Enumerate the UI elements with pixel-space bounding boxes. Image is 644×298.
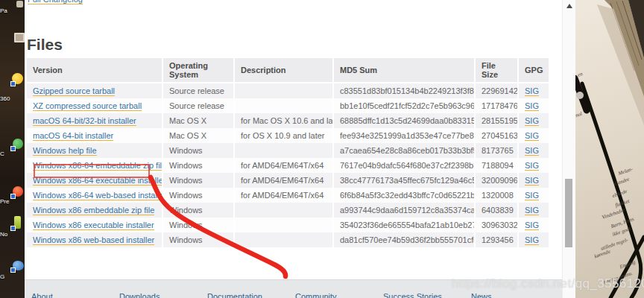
os-cell: Mac OS X [162,128,234,143]
desktop-left-strip: Pa 360 C Pre No G [0,0,25,298]
desktop-icon-label: Pa [0,7,23,14]
desktop-shortcut-icon[interactable]: Pre [0,186,25,216]
desktop-shortcut-icon[interactable]: Pa [0,1,25,31]
filesize-cell: 27045163 [475,128,518,143]
file-download-link[interactable]: macOS 64-bit/32-bit installer [33,116,136,126]
file-download-link[interactable]: Windows help file [33,146,97,156]
file-download-link[interactable]: Windows x86 executable installer [33,221,154,230]
desktop-wallpaper-book-photo: ennolMelan-il andreelskedeflækketVindeha… [575,0,644,298]
description-cell [234,83,333,98]
md5-cell: 68885dffc1d13c5d24699daa0b83315f [333,113,475,128]
file-download-link[interactable]: Windows x86-64 executable installer [33,176,162,186]
column-header: Description [234,58,333,83]
md5-cell: a7caea654e28c8a86ceb017b33b3bf53 [333,143,475,158]
md5-cell: da81cf570ee74b59d36f2bb555701cfd [333,232,475,247]
gpg-sig-link[interactable]: SIG [525,235,539,245]
footer-nav-link[interactable]: Documentation [207,292,295,298]
file-download-link[interactable]: Windows x86 embeddable zip file [33,206,154,215]
version-cell: macOS 64-bit/32-bit installer [27,113,162,128]
os-cell: Source release [162,83,234,98]
footer-nav-link[interactable]: Community [295,292,383,298]
md5-cell: 7617e04b9dafc564f680e37c2f2398b8 [333,158,475,173]
desktop-shortcut-icon[interactable] [0,33,25,63]
description-cell: for Mac OS X 10.6 and later [234,113,333,128]
footer-nav-link[interactable]: Success Stories [383,292,471,298]
browser-page-python-downloads: Full Changelog Files VersionOperating Sy… [25,0,575,298]
desktop-shortcut-icon[interactable]: 360 [0,73,25,103]
version-cell: macOS 64-bit installer [27,128,162,143]
version-cell: Windows x86 executable installer [27,218,162,232]
file-download-link[interactable]: XZ compressed source tarball [33,101,142,111]
footer-nav-link[interactable]: News [471,292,559,298]
md5-cell: 38cc47776173a45ffec675fc129a46c5 [333,173,475,188]
version-cell: Gzipped source tarball [27,83,162,98]
gpg-sig-link[interactable]: SIG [525,161,539,171]
md5-cell: bb1e10f5cedf21fcf52d2c7e5b963c96 [333,98,475,113]
gpg-sig-link[interactable]: SIG [525,221,539,230]
description-cell: for AMD64/EM64T/x64 [234,188,333,203]
file-download-link[interactable]: macOS 64-bit installer [33,131,113,141]
scrollbar-thumb[interactable] [565,179,572,247]
os-cell: Mac OS X [162,113,234,128]
file-table-row: Windows help file Windows a7caea654e28c8… [27,143,549,158]
file-download-link[interactable]: Windows x86-64 web-based installer [33,191,162,200]
description-cell [234,98,333,113]
gpg-cell: SIG [518,203,549,218]
os-cell: Windows [162,218,234,232]
desktop-shortcut-icon[interactable]: No [0,216,25,246]
filesize-cell: 22969142 [475,83,518,98]
filesize-cell: 1293456 [475,232,518,247]
filesize-cell: 7188094 [475,158,518,173]
gpg-cell: SIG [518,143,549,158]
full-changelog-link[interactable]: Full Changelog [28,0,83,4]
desktop-icon-label: No [0,231,23,238]
md5-cell: 6f6b84a5f3c32edd43bffc7c0d65221b [333,188,475,203]
column-header: Operating System [162,58,234,83]
file-table-row: Gzipped source tarball Source release c8… [27,83,549,98]
column-header: Version [27,58,162,83]
file-download-link[interactable]: Windows x86-64 embeddable zip file [33,161,162,171]
desktop-shortcut-icon[interactable]: C [0,139,25,168]
version-cell: Windows x86-64 executable installer [27,173,162,188]
filesize-cell: 1320008 [475,188,518,203]
gpg-sig-link[interactable]: SIG [525,206,539,215]
gpg-sig-link[interactable]: SIG [525,131,539,141]
description-cell: for OS X 10.9 and later [234,128,333,143]
app-icon [16,1,23,7]
gpg-sig-link[interactable]: SIG [525,116,539,126]
os-cell: Windows [162,232,234,247]
browser-scrollbar[interactable] [562,0,575,298]
column-header: MD5 Sum [333,58,475,83]
gpg-cell: SIG [518,158,549,173]
description-cell: for AMD64/EM64T/x64 [234,173,333,188]
os-cell: Windows [162,188,234,203]
os-cell: Windows [162,158,234,173]
md5-cell: c83551d83bf015134b4b2249213f3f85 [333,83,475,98]
file-download-link[interactable]: Gzipped source tarball [33,86,115,96]
scroll-up-arrow-icon[interactable] [566,4,572,8]
csdn-watermark: https://blog.csdn.net/qq_35561207 [452,276,644,291]
footer-nav-link[interactable]: Downloads [119,292,207,298]
gpg-sig-link[interactable]: SIG [525,101,539,111]
gpg-cell: SIG [518,188,549,203]
gpg-cell: SIG [518,173,549,188]
version-cell: Windows x86-64 embeddable zip file [27,158,162,173]
gpg-sig-link[interactable]: SIG [525,146,539,156]
gpg-sig-link[interactable]: SIG [525,191,539,200]
shortcut-badge-icon [10,226,16,231]
os-cell: Source release [162,98,234,113]
shortcut-badge-icon [10,81,16,86]
gpg-sig-link[interactable]: SIG [525,86,539,96]
filesize-cell: 17178476 [475,98,518,113]
desktop-shortcut-icon[interactable]: G [0,261,25,291]
file-download-link[interactable]: Windows x86 web-based installer [33,235,154,245]
column-header: File Size [475,58,518,83]
os-cell: Windows [162,203,234,218]
footer-nav-link[interactable]: About [31,292,119,298]
filesize-cell: 6403839 [475,203,518,218]
version-cell: Windows x86-64 web-based installer [27,188,162,203]
description-cell [234,143,333,158]
version-cell: Windows x86 web-based installer [27,232,162,247]
gpg-sig-link[interactable]: SIG [525,176,539,186]
md5-cell: a993744c9daa6d159712c8a35374ca9c [333,203,475,218]
